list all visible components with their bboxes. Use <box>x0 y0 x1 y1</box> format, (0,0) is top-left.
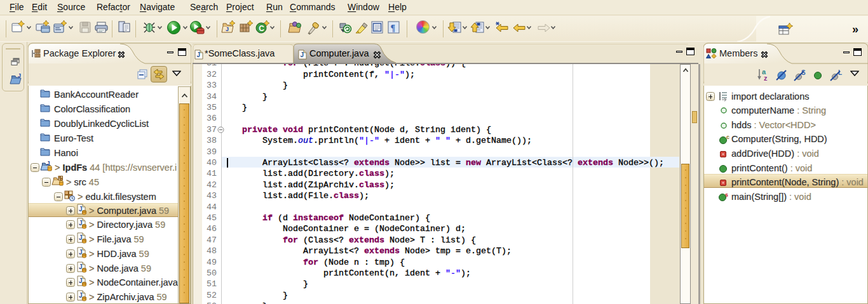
svg-text:J: J <box>226 26 229 32</box>
svg-text:¶: ¶ <box>391 23 396 33</box>
svg-text:C: C <box>259 24 264 33</box>
svg-text:z: z <box>764 74 768 82</box>
svg-text:J: J <box>47 161 50 166</box>
svg-text:s: s <box>725 192 728 198</box>
svg-text:J: J <box>18 73 21 79</box>
svg-text:c: c <box>726 135 729 140</box>
